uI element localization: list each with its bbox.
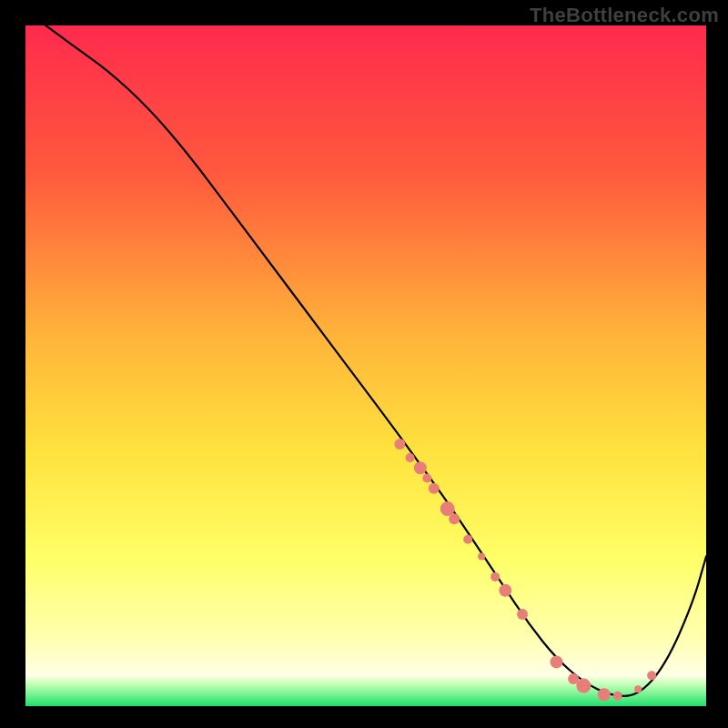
highlight-point [598, 688, 611, 701]
highlight-point [394, 439, 405, 450]
highlight-point [550, 655, 562, 668]
highlight-point [517, 609, 528, 620]
highlight-point [478, 552, 485, 560]
plot-area [25, 25, 706, 706]
highlight-point [414, 461, 427, 474]
highlight-point [576, 679, 591, 693]
highlight-point [499, 584, 511, 597]
highlight-point [449, 513, 460, 524]
highlight-point [490, 572, 500, 581]
highlight-point [406, 453, 415, 462]
highlight-point [634, 685, 642, 693]
highlight-point [647, 671, 656, 680]
highlight-point [422, 473, 431, 482]
highlight-point [429, 483, 440, 494]
chart-frame: TheBottleneck.com [0, 0, 728, 728]
watermark-text: TheBottleneck.com [530, 4, 719, 27]
gradient-background [25, 25, 706, 706]
chart-svg [25, 25, 706, 706]
highlight-point [463, 535, 472, 544]
highlight-point [613, 692, 622, 701]
